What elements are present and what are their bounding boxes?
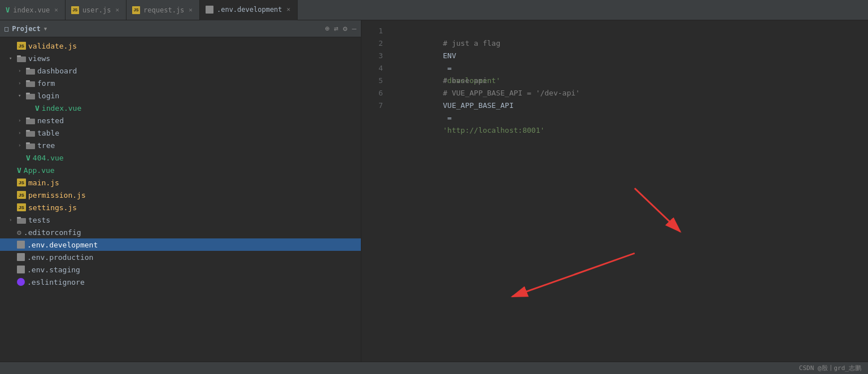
sidebar-title: □ Project ▼	[5, 25, 47, 33]
collapse-icon[interactable]: ⇄	[334, 24, 339, 33]
code-line-3	[399, 50, 868, 62]
env-icon-production	[17, 253, 25, 261]
comment-1: # just a flag	[443, 39, 500, 47]
vue-tab-icon: V	[6, 6, 10, 14]
svg-rect-5	[26, 80, 30, 82]
settings-icon[interactable]: ⚙	[343, 24, 347, 33]
env-tab-icon	[206, 6, 213, 14]
editor-area: 1 2 3 4 5 6 7 # just a flag ENV = 'devel…	[361, 20, 868, 362]
tree-item-login-index-vue[interactable]: V index.vue	[0, 102, 361, 114]
folder-icon-tests	[17, 216, 26, 224]
tab-close-request-js[interactable]: ✕	[187, 6, 194, 14]
tree-item-eslintignore[interactable]: .eslintignore	[0, 276, 361, 288]
svg-rect-7	[26, 93, 30, 94]
file-label-env-production: .env.production	[27, 253, 93, 262]
tree-item-nested[interactable]: › nested	[0, 114, 361, 127]
svg-rect-14	[17, 218, 26, 224]
line-num-7: 7	[361, 99, 383, 112]
svg-rect-0	[17, 56, 26, 62]
chevron-views: ▾	[9, 55, 15, 61]
line-num-1: 1	[361, 25, 383, 37]
chevron-dashboard: ›	[18, 68, 24, 73]
folder-icon-views	[17, 55, 26, 62]
tree-item-404-vue[interactable]: V 404.vue	[0, 151, 361, 164]
tab-close-index-vue[interactable]: ✕	[53, 6, 59, 14]
file-label-validate-js: validate.js	[28, 42, 77, 50]
js-icon-main: JS	[17, 179, 26, 186]
key-env: ENV	[443, 51, 456, 60]
tree-item-main-js[interactable]: JS main.js	[0, 176, 361, 189]
file-tree: JS validate.js ▾ views › dashboard	[0, 37, 361, 362]
env-icon-staging	[17, 266, 25, 273]
comment-2: # base api	[443, 76, 487, 85]
file-label-login-index-vue: index.vue	[42, 104, 81, 112]
svg-rect-4	[26, 81, 35, 87]
svg-rect-1	[17, 55, 21, 57]
tree-item-env-production[interactable]: .env.production	[0, 251, 361, 263]
code-line-4: # base api	[399, 62, 868, 75]
tree-item-editorconfig[interactable]: ⚙ .editorconfig	[0, 226, 361, 238]
tab-request-js[interactable]: JS request.js ✕	[127, 0, 200, 20]
tree-item-views[interactable]: ▾ views	[0, 52, 361, 64]
vue-icon-app: V	[17, 166, 21, 175]
tree-item-settings-js[interactable]: JS settings.js	[0, 201, 361, 214]
key-vue-app-base-api: VUE_APP_BASE_API	[443, 101, 513, 110]
tree-item-env-development[interactable]: .env.development	[0, 238, 361, 251]
editor-content: 1 2 3 4 5 6 7 # just a flag ENV = 'devel…	[361, 20, 868, 362]
js-file-icon-validate: JS	[17, 42, 26, 50]
tree-item-form[interactable]: › form	[0, 77, 361, 89]
svg-rect-15	[17, 217, 21, 219]
gear-icon-editorconfig: ⚙	[17, 228, 21, 237]
tab-index-vue[interactable]: V index.vue ✕	[0, 0, 66, 20]
tab-env-development[interactable]: .env.development ✕	[200, 0, 298, 20]
svg-rect-2	[26, 69, 35, 75]
folder-label-views: views	[28, 54, 50, 63]
tab-label-user-js: user.js	[82, 6, 111, 14]
dropdown-icon[interactable]: ▼	[44, 26, 47, 32]
folder-label-nested: nested	[37, 116, 64, 125]
tree-item-table[interactable]: › table	[0, 127, 361, 139]
folder-label-form: form	[37, 79, 55, 88]
tree-item-permission-js[interactable]: JS permission.js	[0, 189, 361, 201]
file-label-main-js: main.js	[28, 179, 59, 187]
tab-close-env-development[interactable]: ✕	[286, 5, 292, 14]
tree-item-env-staging[interactable]: .env.staging	[0, 263, 361, 276]
folder-icon-login	[26, 92, 35, 99]
val-localhost: 'http://localhost:8001'	[443, 126, 544, 134]
minimize-icon[interactable]: —	[352, 24, 356, 33]
chevron-login: ▾	[18, 93, 24, 98]
file-label-eslintignore: .eslintignore	[27, 278, 85, 286]
file-label-app-vue: App.vue	[24, 166, 55, 175]
tab-user-js[interactable]: JS user.js ✕	[66, 0, 127, 20]
chevron-tree: ›	[18, 142, 24, 148]
line-num-5: 5	[361, 75, 383, 87]
folder-label-dashboard: dashboard	[37, 67, 77, 75]
folder-icon-form	[26, 80, 35, 87]
svg-rect-6	[26, 94, 35, 99]
tree-item-tree[interactable]: › tree	[0, 139, 361, 151]
add-icon[interactable]: ⊕	[325, 24, 330, 33]
folder-icon-dashboard	[26, 67, 35, 75]
chevron-tests: ›	[9, 217, 15, 223]
folder-label-tests: tests	[28, 216, 50, 224]
code-editor[interactable]: # just a flag ENV = 'development' # base…	[390, 20, 868, 362]
tree-item-login[interactable]: ▾ login	[0, 89, 361, 102]
tree-item-dashboard[interactable]: › dashboard	[0, 64, 361, 77]
svg-rect-3	[26, 68, 30, 69]
folder-label-table: table	[37, 129, 59, 137]
svg-rect-13	[26, 142, 30, 144]
svg-rect-12	[26, 143, 35, 149]
svg-rect-10	[26, 131, 35, 137]
tree-item-app-vue[interactable]: V App.vue	[0, 164, 361, 176]
tree-item-tests[interactable]: › tests	[0, 214, 361, 226]
status-text: CSDN @殷丨grd_志鹏	[799, 364, 861, 372]
js-icon-settings: JS	[17, 203, 26, 211]
svg-rect-11	[26, 130, 30, 132]
comment-3: # VUE_APP_BASE_API = '/dev-api'	[443, 89, 580, 97]
sidebar-title-label: Project	[12, 25, 41, 33]
svg-rect-9	[26, 118, 30, 119]
tree-item-validate-js[interactable]: JS validate.js	[0, 40, 361, 52]
tab-close-user-js[interactable]: ✕	[114, 6, 120, 14]
svg-rect-8	[26, 119, 35, 124]
tab-label-index-vue: index.vue	[13, 6, 50, 14]
